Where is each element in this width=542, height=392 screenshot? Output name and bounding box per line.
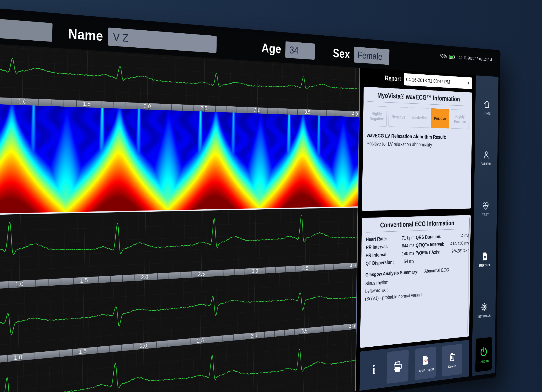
name-label: Name — [68, 26, 103, 44]
algorithm-result-text: Positive for LV relaxation abnormality — [363, 141, 472, 149]
nav-patient[interactable]: PATIENT — [474, 132, 498, 183]
age-label: Age — [261, 41, 282, 56]
algorithm-result-label: wavECG LV Relaxation Algorithm Result: — [363, 132, 472, 141]
conventional-panel-title: Conventional ECG Information — [362, 215, 471, 232]
ecg-display-area: 1.01.52.02.53.03.54.0 1.01.52.02.53.03.5… — [0, 42, 359, 392]
metric-label: QRS Duration: — [416, 234, 447, 240]
metric-value: 71 bpm — [395, 235, 414, 241]
nav-patient-label: PATIENT — [481, 162, 491, 166]
negative-button[interactable]: Negative — [389, 107, 408, 127]
nav-settings-label: SETTINGS — [477, 314, 491, 319]
metric-label: QT Dispersion: — [366, 259, 394, 267]
metric-value: 844 ms — [395, 243, 414, 249]
photo-background: Name V Z Age 34 Sex Female 83% 12-11-202… — [0, 0, 542, 392]
chevron-down-icon: ▼ — [467, 81, 470, 86]
tick-label: 4.0 — [349, 323, 355, 330]
nav-sidebar: HOME PATIENT TEST — [472, 75, 499, 376]
tick-label: 3.5 — [302, 265, 309, 272]
tick-label: 1.5 — [80, 277, 88, 284]
metric-value: 94 ms — [448, 233, 469, 239]
wavecg-info-panel: MyoVista® wavECG™ Information Highly Neg… — [362, 87, 472, 211]
metric-label: P/QRS/T Axis: — [416, 249, 447, 256]
metric-value: 54 ms — [395, 258, 414, 265]
delete-label: Delete — [448, 364, 456, 369]
panels-wrap: MyoVista® wavECG™ Information Highly Neg… — [356, 85, 476, 391]
system-datetime: 12-11-2020 18:09:12 PM — [459, 55, 492, 62]
patient-id-field[interactable] — [0, 17, 53, 42]
findings-list: Sinus rhythm Leftward axis rSr'(V1) - pr… — [361, 274, 470, 302]
tick-label: 1.5 — [79, 348, 87, 355]
tick-label: 3.0 — [252, 268, 258, 274]
report-dropdown-value: 04-16-2018 01:08:47 PM — [406, 76, 466, 86]
svg-text:PDF: PDF — [423, 359, 428, 363]
device-screen: Name V Z Age 34 Sex Female 83% 12-11-202… — [0, 11, 499, 392]
nav-test-label: TEST — [482, 212, 489, 217]
metric-label: PR Interval: — [366, 251, 394, 259]
nav-home-label: HOME — [483, 111, 491, 115]
sex-label: Sex — [333, 46, 350, 61]
tick-label: 4.0 — [350, 263, 356, 269]
name-input[interactable]: V Z — [108, 27, 217, 53]
tick-label: 2.5 — [198, 271, 205, 278]
sex-input[interactable]: Female — [354, 47, 390, 65]
tick-label: 2.0 — [141, 274, 148, 281]
metric-label: QT/QTc Interval: — [416, 241, 447, 248]
ecg-metrics: Heart Rate:71 bpm QRS Duration:94 ms RR … — [361, 233, 471, 267]
tick-label: 2.5 — [197, 337, 204, 344]
export-report-button[interactable]: PDF Export Report — [415, 347, 436, 380]
tick-label: 1.5 — [83, 100, 91, 108]
nav-report-label: REPORT — [479, 263, 490, 267]
classification-buttons: Highly Negative Negative Borderline Posi… — [363, 105, 472, 129]
glasgow-value: Abnormal ECG — [424, 267, 449, 274]
actions-footer: i PDF Export Report — [359, 340, 469, 391]
metric-label: RR Interval: — [366, 243, 394, 250]
tick-label: 4.0 — [352, 111, 358, 117]
nav-report[interactable]: REPORT — [473, 234, 496, 285]
tick-label: 1.0 — [14, 354, 22, 361]
info-icon: i — [372, 362, 375, 377]
tick-label: 2.0 — [144, 103, 151, 109]
wavelet-energy-heatmap — [0, 103, 359, 214]
trash-icon — [448, 351, 456, 363]
conventional-ecg-panel: Conventional ECG Information Heart Rate:… — [360, 215, 471, 348]
gear-icon — [481, 302, 488, 313]
tick-label: 3.0 — [254, 107, 260, 114]
tick-label: 2.5 — [201, 105, 207, 112]
pdf-file-icon: PDF — [421, 354, 430, 366]
report-dropdown[interactable]: 04-16-2018 01:08:47 PM ▼ — [404, 73, 472, 89]
printer-icon — [393, 359, 403, 374]
battery-percent: 83% — [440, 53, 447, 59]
metric-value: 414/450 ms — [448, 240, 469, 247]
nav-home[interactable]: HOME — [475, 81, 499, 133]
borderline-button[interactable]: Borderline — [410, 108, 429, 128]
info-column: Report 04-16-2018 01:08:47 PM ▼ MyoVista… — [355, 68, 476, 392]
highly-positive-button[interactable]: Highly Positive — [451, 109, 469, 129]
tick-label: 2.0 — [140, 342, 147, 349]
metric-value: 140 ms — [395, 250, 414, 257]
home-icon — [483, 99, 491, 109]
tick-label: 3.0 — [251, 332, 257, 339]
nav-test[interactable]: TEST — [474, 183, 497, 234]
metric-label: Heart Rate: — [366, 235, 394, 242]
battery-icon — [449, 54, 455, 59]
glasgow-label: Glasgow Analysis Summary: — [365, 269, 418, 278]
info-button[interactable]: i — [367, 353, 380, 386]
heart-ecg-icon — [482, 201, 489, 211]
nav-settings[interactable]: SETTINGS — [472, 284, 496, 337]
tick-label: 3.5 — [304, 109, 311, 115]
print-button[interactable] — [386, 350, 409, 384]
patient-icon — [482, 150, 490, 160]
delete-button[interactable]: Delete — [442, 344, 462, 377]
tick-label: 3.5 — [301, 328, 308, 334]
status-strip: 83% 12-11-2020 18:09:12 PM — [440, 53, 499, 63]
standby-label: STAND BY — [477, 359, 490, 364]
export-report-label: Export Report — [417, 367, 434, 373]
report-doc-icon — [481, 251, 488, 261]
standby-button[interactable]: STAND BY — [475, 337, 492, 372]
power-icon — [479, 345, 488, 358]
highly-negative-button[interactable]: Highly Negative — [367, 106, 387, 127]
age-input[interactable]: 34 — [285, 41, 315, 60]
positive-button[interactable]: Positive — [430, 109, 449, 129]
metric-value: 9°/-28°/43° — [448, 248, 469, 254]
report-label: Report — [385, 74, 401, 83]
